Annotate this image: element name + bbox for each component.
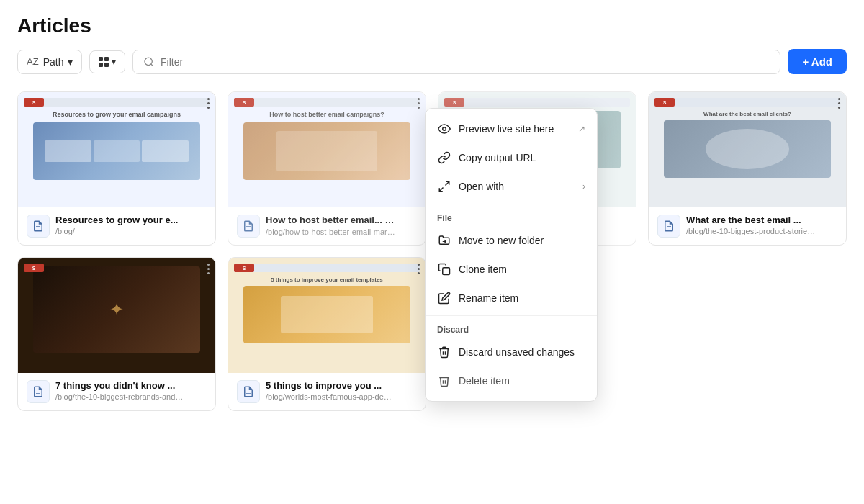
card-text-1: Resources to grow your e... /blog/: [55, 215, 179, 235]
svg-point-0: [145, 58, 152, 65]
clone-icon: [437, 262, 451, 276]
svg-point-1: [443, 127, 446, 131]
rename-item-button[interactable]: Rename item: [426, 284, 597, 312]
thumb-img-2: [243, 122, 410, 180]
delete-item-button[interactable]: Delete item: [426, 366, 597, 395]
sort-label: Path: [43, 56, 64, 68]
svg-rect-2: [443, 268, 450, 275]
thumb-logo-2: S: [234, 98, 254, 107]
thumb-title-6: 5 things to improve your email templates: [253, 276, 401, 283]
add-label: + Add: [802, 55, 832, 68]
copy-url-label: Copy output URL: [459, 152, 536, 163]
card-text-2: How to host better email... Edited /blog…: [266, 215, 395, 236]
clone-item-button[interactable]: Clone item: [426, 255, 597, 284]
az-icon: AZ: [27, 56, 39, 67]
clone-label: Clone item: [459, 264, 507, 275]
move-icon: [437, 233, 451, 248]
discard-icon: [437, 345, 451, 359]
thumb-logo-4: S: [654, 98, 675, 107]
card-1: Resources to grow your email campaigns S: [17, 91, 216, 246]
thumb-img-6: [243, 286, 410, 343]
file-section-label: File: [426, 207, 597, 226]
card-options-1[interactable]: [207, 98, 210, 109]
discard-changes-label: Discard unsaved changes: [459, 346, 575, 358]
card-5: ✦ S 7 things you didn't know ... /blog/t…: [17, 257, 216, 411]
card-6: 5 things to improve your email templates…: [228, 257, 426, 411]
card-path-1: /blog/: [55, 227, 179, 235]
card-info-5: 7 things you didn't know ... /blog/the-1…: [18, 373, 215, 410]
card-options-4[interactable]: [838, 98, 840, 109]
page-title: Articles: [17, 14, 847, 37]
card-path-5: /blog/the-10-biggest-rebrands-and-logo-.…: [55, 392, 185, 401]
card-options-2[interactable]: [418, 98, 420, 109]
preview-label: Preview live site here: [459, 123, 554, 135]
article-icon-6: [237, 380, 260, 403]
edited-badge: Edited: [389, 215, 395, 226]
thumb-logo-5: S: [24, 264, 44, 272]
card-thumb-2: How to host better email campaigns? S: [228, 92, 426, 207]
chevron-right-icon: ›: [582, 181, 585, 192]
rename-label: Rename item: [459, 292, 518, 304]
card-options-5[interactable]: [207, 264, 210, 274]
expand-icon: [437, 179, 451, 194]
thumb-logo-6: S: [234, 264, 254, 272]
article-icon-5: [27, 380, 50, 403]
open-with-button[interactable]: Open with ›: [426, 172, 597, 201]
page-header: Articles AZ Path ▾ ▾ + Add: [0, 0, 864, 86]
thumb-img-1: [33, 122, 200, 180]
card-thumb-1: Resources to grow your email campaigns S: [18, 92, 215, 207]
card-thumb-6: 5 things to improve your email templates…: [228, 258, 426, 373]
copy-output-url-button[interactable]: Copy output URL: [426, 143, 597, 172]
card-text-6: 5 things to improve you ... /blog/worlds…: [266, 380, 395, 401]
delete-icon: [437, 374, 451, 388]
card-text-4: What are the best email ... /blog/the-10…: [686, 215, 816, 235]
card-title-4: What are the best email ...: [686, 215, 816, 225]
thumb-img-5: ✦: [33, 266, 200, 353]
card-4: What are the best email clients? S What …: [648, 91, 847, 246]
card-title-6: 5 things to improve you ...: [266, 380, 395, 391]
card-info-6: 5 things to improve you ... /blog/worlds…: [228, 373, 426, 410]
thumb-logo-3: S: [444, 98, 464, 107]
external-link-icon: ↗: [578, 124, 585, 134]
search-icon: [143, 56, 155, 68]
toolbar: AZ Path ▾ ▾ + Add: [17, 49, 847, 74]
edit-icon: [437, 291, 451, 305]
menu-divider-2: [426, 315, 597, 316]
card-info-4: What are the best email ... /blog/the-10…: [649, 207, 846, 245]
article-icon-1: [27, 215, 50, 238]
card-info-2: How to host better email... Edited /blog…: [228, 207, 426, 245]
view-toggle-button[interactable]: ▾: [89, 50, 125, 73]
discard-changes-button[interactable]: Discard unsaved changes: [426, 338, 597, 366]
delete-label: Delete item: [459, 375, 510, 387]
card-thumb-4: What are the best email clients? S: [649, 92, 846, 207]
thumb-nav-2: [234, 98, 420, 107]
add-button[interactable]: + Add: [788, 49, 847, 74]
article-icon-4: [657, 215, 680, 238]
discard-section-label: Discard: [426, 319, 597, 338]
move-label: Move to new folder: [459, 235, 544, 246]
grid-view-icon: [99, 57, 109, 67]
preview-live-site-button[interactable]: Preview live site here ↗: [426, 114, 597, 143]
thumb-title-1: Resources to grow your email campaigns: [42, 111, 191, 118]
card-options-6[interactable]: [418, 264, 420, 274]
chevron-down-icon-view: ▾: [112, 57, 116, 67]
card-title-1: Resources to grow your e...: [55, 215, 179, 225]
thumb-img-4: [664, 120, 831, 178]
card-title-5: 7 things you didn't know ...: [55, 380, 185, 391]
eye-icon: [437, 122, 451, 136]
thumb-nav-6: [234, 264, 420, 272]
sort-button[interactable]: AZ Path ▾: [17, 50, 82, 74]
card-2: How to host better email campaigns? S Ho…: [228, 91, 426, 246]
menu-divider-1: [426, 204, 597, 204]
move-to-folder-button[interactable]: Move to new folder: [426, 226, 597, 255]
card-info-1: Resources to grow your e... /blog/: [18, 207, 215, 245]
card-path-4: /blog/the-10-biggest-product-stories-of-…: [686, 227, 816, 235]
article-icon-2: [237, 215, 260, 238]
link-icon: [437, 150, 451, 165]
card-title-2: How to host better email... Edited: [266, 215, 395, 226]
search-bar[interactable]: [132, 50, 780, 74]
thumb-nav-3: [444, 98, 630, 107]
open-with-label: Open with: [459, 181, 504, 192]
thumb-nav-4: [654, 98, 840, 107]
search-input[interactable]: [161, 56, 770, 68]
